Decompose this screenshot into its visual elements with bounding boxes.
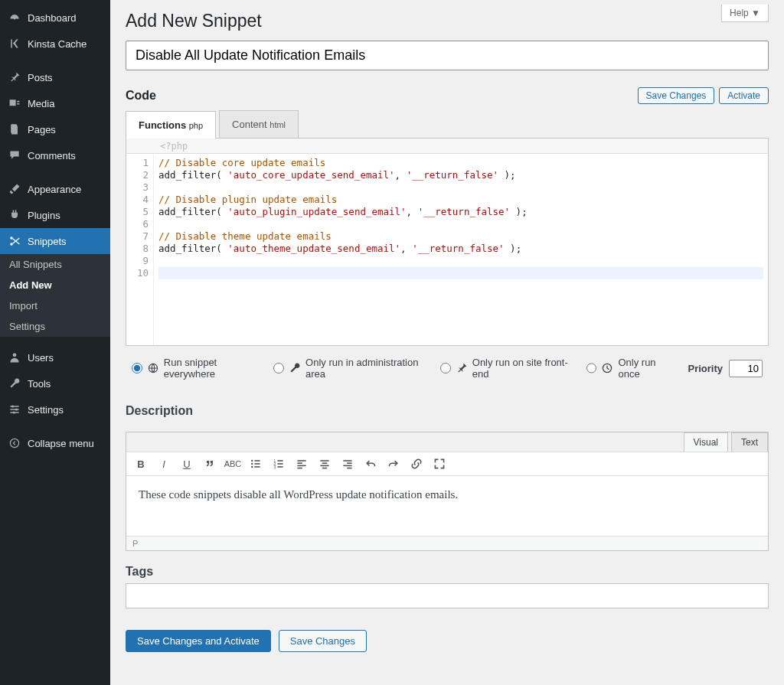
code-heading: Code (126, 89, 156, 103)
code-header: <?php (126, 139, 768, 154)
svg-point-7 (13, 411, 15, 413)
sidebar-item-tools[interactable]: Tools (0, 370, 110, 396)
svg-rect-25 (297, 465, 305, 467)
ul-icon[interactable] (249, 457, 263, 471)
scope-everywhere-radio[interactable] (132, 362, 142, 374)
save-changes-top-button[interactable]: Save Changes (638, 87, 715, 104)
svg-point-3 (10, 243, 13, 246)
description-body[interactable]: These code snippets disable all WordPres… (126, 476, 768, 536)
svg-point-6 (15, 408, 18, 410)
sidebar-item-label: Appearance (28, 184, 81, 195)
strike-icon[interactable]: ABC (226, 457, 240, 471)
svg-point-2 (10, 236, 13, 240)
sidebar-item-snippets[interactable]: Snippets (0, 228, 110, 254)
sidebar-item-label: Plugins (28, 210, 60, 221)
svg-point-11 (251, 460, 253, 462)
svg-rect-22 (277, 466, 283, 468)
desc-tab-text[interactable]: Text (731, 432, 768, 452)
sidebar-item-appearance[interactable]: Appearance (0, 176, 110, 202)
tab-functions[interactable]: Functions php (126, 111, 216, 139)
sidebar-item-label: Tools (28, 378, 51, 390)
italic-icon[interactable]: I (157, 457, 171, 471)
sidebar-item-pages[interactable]: Pages (0, 116, 110, 142)
scope-admin-radio[interactable] (273, 362, 284, 374)
svg-text:3: 3 (274, 465, 276, 469)
snippet-title-input[interactable] (126, 41, 769, 70)
svg-rect-30 (322, 468, 327, 469)
comments-icon (8, 148, 21, 162)
tags-heading: Tags (126, 565, 769, 579)
scope-admin[interactable]: Only run in administration area (273, 357, 423, 380)
pages-icon (8, 122, 21, 136)
svg-point-12 (251, 463, 253, 465)
users-icon (8, 351, 21, 364)
sidebar-item-collapse[interactable]: Collapse menu (0, 430, 110, 456)
code-lines[interactable]: // Disable core update emailsadd_filter(… (154, 154, 768, 345)
undo-icon[interactable] (364, 457, 377, 471)
align-left-icon[interactable] (295, 457, 309, 471)
scope-once[interactable]: Only run once (586, 357, 671, 380)
description-status: p (126, 536, 768, 550)
code-editor[interactable]: <?php 12345678910 // Disable core update… (126, 139, 769, 346)
snippets-sub-settings[interactable]: Settings (0, 316, 110, 337)
pin-icon (456, 362, 468, 374)
svg-rect-32 (347, 462, 351, 464)
underline-icon[interactable]: U (180, 457, 194, 471)
sidebar-item-label: Collapse menu (28, 438, 94, 449)
plug-icon (8, 208, 21, 222)
svg-rect-28 (322, 462, 327, 464)
link-icon[interactable] (410, 457, 423, 471)
activate-top-button[interactable]: Activate (719, 87, 769, 104)
bold-icon[interactable]: B (134, 457, 148, 471)
snippets-sub-addnew[interactable]: Add New (0, 275, 110, 295)
brush-icon (8, 182, 21, 196)
tags-input[interactable] (126, 583, 769, 608)
priority-input[interactable] (729, 360, 763, 377)
sidebar-item-settings[interactable]: Settings (0, 396, 110, 422)
scope-front[interactable]: Only run on site front-end (440, 357, 570, 380)
align-center-icon[interactable] (318, 457, 332, 471)
svg-rect-21 (277, 463, 283, 465)
save-changes-bottom-button[interactable]: Save Changes (279, 630, 367, 652)
help-tab[interactable]: Help ▼ (721, 5, 769, 22)
priority-field: Priority (688, 360, 763, 377)
svg-point-13 (251, 466, 253, 468)
media-icon (8, 96, 21, 110)
sidebar-item-label: Dashboard (28, 12, 77, 24)
dashboard-icon (8, 11, 21, 24)
wrench-icon (289, 362, 301, 374)
sidebar-item-plugins[interactable]: Plugins (0, 202, 110, 228)
redo-icon[interactable] (387, 457, 400, 471)
sidebar-item-dashboard[interactable]: Dashboard (0, 5, 110, 31)
wrench-icon (8, 377, 21, 390)
globe-icon (147, 362, 159, 374)
sidebar-item-posts[interactable]: Posts (0, 64, 110, 90)
svg-point-5 (11, 405, 14, 407)
clock-icon (601, 362, 613, 374)
scope-once-radio[interactable] (586, 362, 597, 374)
sidebar-item-comments[interactable]: Comments (0, 142, 110, 168)
sidebar-item-media[interactable]: Media (0, 90, 110, 116)
scope-everywhere[interactable]: Run snippet everywhere (132, 357, 256, 380)
svg-rect-20 (277, 460, 283, 462)
save-and-activate-button[interactable]: Save Changes and Activate (126, 630, 271, 652)
align-right-icon[interactable] (341, 457, 354, 471)
tab-content[interactable]: Content html (219, 110, 299, 138)
sidebar-item-label: Pages (28, 124, 56, 135)
sidebar-item-users[interactable]: Users (0, 344, 110, 370)
svg-rect-33 (343, 465, 351, 467)
pin-icon (8, 70, 21, 84)
desc-tab-visual[interactable]: Visual (684, 432, 728, 452)
scope-front-radio[interactable] (440, 362, 451, 374)
ol-icon[interactable]: 123 (272, 457, 286, 471)
snippets-sub-import[interactable]: Import (0, 295, 110, 316)
fullscreen-icon[interactable] (433, 457, 446, 471)
svg-rect-15 (254, 463, 260, 465)
sidebar-item-label: Kinsta Cache (28, 38, 87, 50)
svg-rect-34 (347, 468, 351, 469)
snippets-sub-all[interactable]: All Snippets (0, 254, 110, 275)
svg-rect-27 (320, 460, 328, 462)
quote-icon[interactable] (203, 457, 217, 471)
description-heading: Description (126, 404, 769, 418)
sidebar-item-kinsta[interactable]: Kinsta Cache (0, 31, 110, 57)
